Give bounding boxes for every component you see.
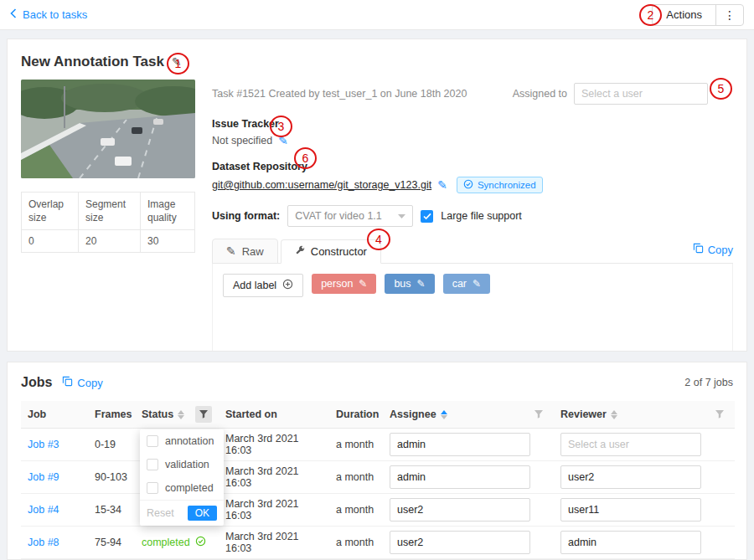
reviewer-input[interactable] (560, 498, 701, 521)
frames-cell: 0-19 (88, 429, 135, 461)
copy-icon (62, 376, 73, 389)
labels-tab-bar: ✎ Raw Constructor Copy (212, 239, 733, 264)
edit-label-icon[interactable]: ✎ (417, 278, 426, 290)
job-link[interactable]: Job #4 (28, 504, 59, 516)
using-format-label: Using format: (212, 210, 280, 222)
label-chip-car[interactable]: car ✎ (443, 274, 490, 294)
col-header-assignee[interactable]: Assignee (383, 401, 554, 429)
param-value-segment: 20 (78, 230, 140, 253)
tab-constructor-label: Constructor (311, 245, 367, 258)
jobs-copy-button[interactable]: Copy (62, 376, 102, 389)
param-header-quality: Image quality (140, 193, 194, 230)
task-info-column: Task #1521 Created by test_user_1 on Jun… (212, 80, 733, 352)
label-person-name: person (321, 278, 353, 290)
job-link[interactable]: Job #8 (28, 537, 59, 548)
back-chevron-icon (10, 8, 17, 21)
jobs-card: Jobs Copy 2 of 7 jobs Job Frames Status (7, 362, 747, 560)
back-to-tasks-label: Back to tasks (23, 8, 87, 21)
reviewer-input[interactable] (560, 433, 701, 456)
param-header-overlap: Overlap size (22, 193, 79, 230)
duration-cell: a month (329, 461, 383, 494)
labels-copy-button[interactable]: Copy (693, 243, 733, 256)
tab-raw[interactable]: ✎ Raw (212, 239, 278, 264)
frames-cell: 90-103 (88, 461, 135, 494)
assignee-filter-icon[interactable] (530, 406, 547, 423)
assignee-input[interactable] (390, 465, 530, 489)
status-check-circle-icon (195, 536, 206, 549)
checkbox-validation[interactable] (147, 459, 158, 470)
copy-icon (693, 243, 704, 256)
plus-circle-icon (282, 279, 293, 292)
format-select-value: CVAT for video 1.1 (295, 210, 382, 222)
duration-cell: a month (329, 527, 383, 559)
table-row: Job #4 15-34 March 3rd 2021 16:03 a mont… (21, 494, 735, 527)
constructor-tab-content: Add label person ✎ bus ✎ car ✎ (212, 264, 733, 352)
filter-ok-button[interactable]: OK (188, 506, 217, 521)
duration-cell: a month (329, 494, 383, 527)
assigned-to-input[interactable] (574, 83, 708, 105)
col-header-reviewer[interactable]: Reviewer (554, 401, 735, 429)
edit-label-icon[interactable]: ✎ (359, 278, 367, 290)
table-row: Job #3 0-19 March 3rd 2021 16:03 a month (21, 429, 735, 461)
param-value-overlap: 0 (22, 230, 79, 253)
edit-repository-icon[interactable]: ✎ (437, 178, 447, 192)
label-chip-bus[interactable]: bus ✎ (385, 274, 434, 294)
sort-icon[interactable] (441, 410, 447, 419)
filter-option-annotation[interactable]: annotation (140, 429, 224, 453)
edit-issue-tracker-icon[interactable]: ✎ (278, 134, 288, 147)
issue-tracker-value: Not specified (212, 135, 272, 146)
col-header-job: Job (21, 401, 88, 429)
back-to-tasks-link[interactable]: Back to tasks (10, 8, 87, 21)
large-file-support-checkbox[interactable] (421, 210, 433, 223)
repository-url[interactable]: git@github.com:username/git_storage_v123… (212, 179, 431, 191)
top-bar: Back to tasks Actions ⋮ (0, 0, 754, 30)
task-params-table: Overlap size Segment size Image quality … (21, 192, 195, 253)
table-row: Job #9 90-103 March 3rd 2021 16:03 a mon… (21, 461, 735, 494)
col-header-frames: Frames (88, 401, 135, 429)
duration-cell: a month (329, 429, 383, 461)
actions-button[interactable]: Actions (653, 5, 715, 25)
assignee-input[interactable] (390, 498, 530, 521)
checkbox-completed[interactable] (147, 482, 158, 494)
started-cell: March 3rd 2021 16:03 (219, 461, 329, 494)
label-chip-person[interactable]: person ✎ (312, 274, 376, 294)
dataset-repository-label: Dataset Repository (212, 161, 733, 172)
task-title: New Annotation Task (21, 54, 164, 70)
edit-title-icon[interactable]: ✎ (172, 55, 182, 69)
job-link[interactable]: Job #9 (28, 471, 59, 483)
checkbox-annotation[interactable] (147, 435, 158, 447)
reviewer-filter-icon[interactable] (711, 406, 728, 423)
filter-reset-button[interactable]: Reset (147, 507, 174, 519)
jobs-count: 2 of 7 jobs (684, 377, 733, 388)
assignee-input[interactable] (390, 433, 530, 456)
col-header-status[interactable]: Status (135, 401, 219, 429)
job-link[interactable]: Job #3 (28, 439, 59, 450)
filter-option-completed[interactable]: completed (140, 476, 224, 500)
param-header-segment: Segment size (78, 193, 140, 230)
issue-tracker-section: Issue Tracker Not specified ✎ (212, 118, 733, 147)
format-select[interactable]: CVAT for video 1.1 (287, 205, 413, 227)
assigned-to-label: Assigned to (513, 88, 567, 100)
labels-copy-label: Copy (708, 244, 733, 256)
sort-icon[interactable] (178, 410, 184, 419)
reviewer-input[interactable] (560, 531, 701, 554)
col-header-started: Started on (219, 401, 329, 429)
frames-cell: 75-94 (88, 527, 135, 559)
actions-button-group: Actions ⋮ (652, 4, 744, 26)
sync-badge-label: Synchronized (478, 180, 536, 190)
tab-constructor[interactable]: Constructor (281, 239, 381, 264)
status-filter-icon[interactable] (195, 406, 212, 423)
reviewer-input[interactable] (560, 465, 701, 489)
issue-tracker-label: Issue Tracker (212, 118, 733, 130)
actions-more-button[interactable]: ⋮ (715, 5, 743, 25)
edit-label-icon[interactable]: ✎ (473, 278, 481, 290)
sort-icon[interactable] (611, 410, 617, 419)
assignee-input[interactable] (390, 531, 530, 554)
started-cell: March 3rd 2021 16:03 (219, 494, 329, 527)
add-label-button[interactable]: Add label (223, 274, 303, 297)
dataset-repository-section: Dataset Repository git@github.com:userna… (212, 161, 733, 193)
task-meta-text: Task #1521 Created by test_user_1 on Jun… (212, 88, 467, 100)
filter-option-validation[interactable]: validation (140, 453, 224, 476)
format-row: Using format: CVAT for video 1.1 Large f… (212, 205, 733, 227)
chevron-down-icon (398, 210, 405, 222)
